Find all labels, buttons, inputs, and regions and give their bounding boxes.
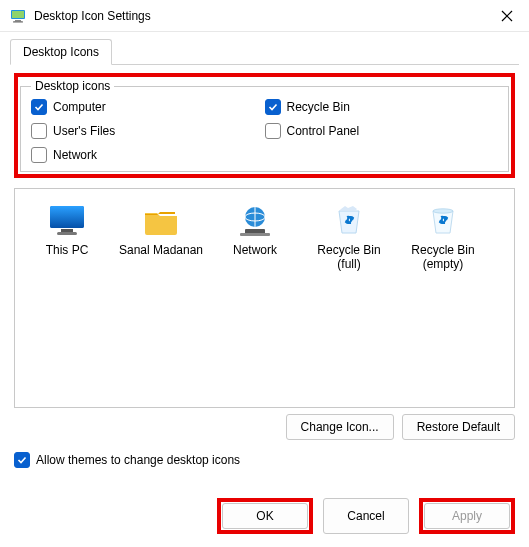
svg-rect-14	[240, 233, 270, 236]
preview-label: Recycle Bin (empty)	[399, 243, 487, 272]
preview-recycle-empty[interactable]: Recycle Bin (empty)	[399, 203, 487, 272]
tab-desktop-icons[interactable]: Desktop Icons	[10, 39, 112, 65]
preview-label: Sanal Madanan	[119, 243, 203, 257]
checkbox-recycle-bin[interactable]: Recycle Bin	[265, 99, 499, 115]
checkbox-control[interactable]	[265, 123, 281, 139]
allow-themes-checkbox[interactable]: Allow themes to change desktop icons	[14, 452, 515, 468]
svg-point-15	[433, 209, 453, 213]
checkbox-control-panel[interactable]: Control Panel	[265, 123, 499, 139]
checkbox-label: Recycle Bin	[287, 100, 350, 114]
tab-label: Desktop Icons	[23, 45, 99, 59]
svg-rect-9	[57, 232, 77, 235]
icon-preview-panel: This PC Sanal Madanan Netwo	[14, 188, 515, 408]
cancel-button[interactable]: Cancel	[323, 498, 409, 534]
network-icon	[235, 203, 275, 239]
preview-this-pc[interactable]: This PC	[23, 203, 111, 257]
recycle-bin-full-icon	[329, 203, 369, 239]
svg-rect-1	[15, 20, 21, 21]
checkbox-network[interactable]: Network	[31, 147, 265, 163]
svg-rect-3	[12, 11, 24, 18]
ok-button[interactable]: OK	[222, 503, 308, 529]
apply-button[interactable]: Apply	[424, 503, 510, 529]
preview-label: Network	[233, 243, 277, 257]
dialog-footer: OK Cancel Apply	[0, 488, 529, 547]
folder-icon	[141, 203, 181, 239]
checkbox-label: Control Panel	[287, 124, 360, 138]
close-button[interactable]	[493, 2, 521, 30]
restore-default-button[interactable]: Restore Default	[402, 414, 515, 440]
desktop-icons-group: Desktop icons Computer Recycle Bin	[20, 79, 509, 172]
svg-rect-2	[13, 21, 23, 22]
close-icon	[501, 10, 513, 22]
checkbox-control[interactable]	[31, 123, 47, 139]
preview-user-folder[interactable]: Sanal Madanan	[117, 203, 205, 257]
button-label: Change Icon...	[301, 420, 379, 434]
apply-highlight: Apply	[419, 498, 515, 534]
checkbox-label: Allow themes to change desktop icons	[36, 453, 240, 467]
svg-rect-8	[61, 229, 73, 232]
change-icon-button[interactable]: Change Icon...	[286, 414, 394, 440]
button-label: Apply	[452, 509, 482, 523]
desktop-icons-highlight: Desktop icons Computer Recycle Bin	[14, 73, 515, 178]
checkbox-users-files[interactable]: User's Files	[31, 123, 265, 139]
button-label: Cancel	[347, 509, 384, 523]
button-label: OK	[256, 509, 273, 523]
checkbox-control[interactable]	[265, 99, 281, 115]
checkbox-label: User's Files	[53, 124, 115, 138]
svg-rect-7	[50, 206, 84, 228]
checkbox-label: Network	[53, 148, 97, 162]
checkbox-control[interactable]	[31, 147, 47, 163]
preview-recycle-full[interactable]: Recycle Bin (full)	[305, 203, 393, 272]
group-legend: Desktop icons	[31, 79, 114, 93]
checkbox-control[interactable]	[31, 99, 47, 115]
checkbox-label: Computer	[53, 100, 106, 114]
button-label: Restore Default	[417, 420, 500, 434]
checkbox-computer[interactable]: Computer	[31, 99, 265, 115]
checkbox-control[interactable]	[14, 452, 30, 468]
titlebar: Desktop Icon Settings	[0, 0, 529, 32]
tab-body: Desktop icons Computer Recycle Bin	[0, 65, 529, 488]
preview-network[interactable]: Network	[211, 203, 299, 257]
monitor-icon	[47, 203, 87, 239]
window-title: Desktop Icon Settings	[34, 9, 493, 23]
tab-strip: Desktop Icons	[10, 38, 519, 65]
preview-label: This PC	[46, 243, 89, 257]
preview-label: Recycle Bin (full)	[305, 243, 393, 272]
ok-highlight: OK	[217, 498, 313, 534]
display-settings-icon	[10, 8, 26, 24]
recycle-bin-empty-icon	[423, 203, 463, 239]
